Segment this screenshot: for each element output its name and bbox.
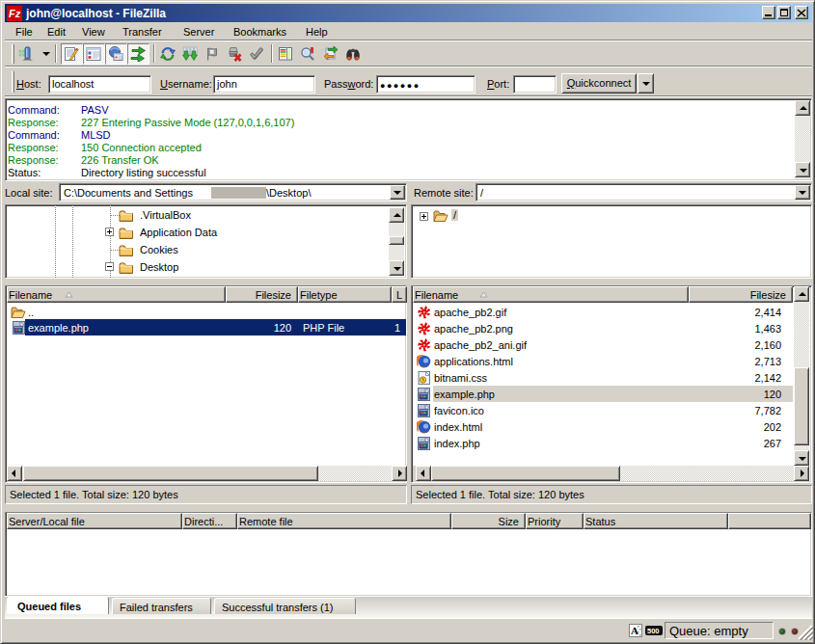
svg-text:A: A xyxy=(631,625,638,636)
svg-text:Fz: Fz xyxy=(9,8,21,19)
svg-text:500: 500 xyxy=(647,627,660,635)
